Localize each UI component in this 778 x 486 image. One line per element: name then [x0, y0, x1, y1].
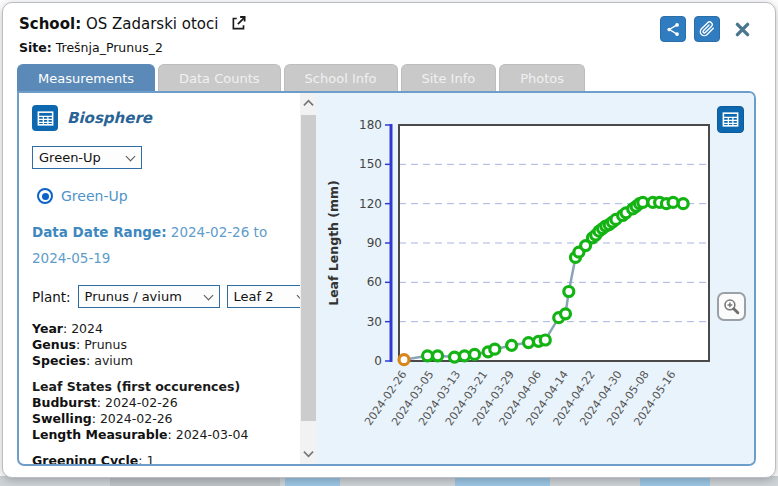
sidebar-scrollbar[interactable]	[300, 93, 317, 464]
site-details-dialog: School: OS Zadarski otoci Site: Trešnja_…	[2, 2, 776, 478]
site-label: Site:	[19, 40, 52, 55]
site-title: Site: Trešnja_Prunus_2	[19, 40, 163, 55]
detail-budburst: Budburst2024-02-26	[32, 395, 292, 411]
site-name: Trešnja_Prunus_2	[56, 40, 163, 55]
plant-label: Plant:	[32, 289, 71, 305]
scroll-down-button[interactable]	[300, 446, 317, 462]
detail-length-measurable: Length Measurable2024-03-04	[32, 427, 292, 443]
greenup-radio-label: Green-Up	[61, 188, 128, 204]
tab-school-info[interactable]: School Info	[284, 64, 398, 91]
zoom-in-button[interactable]	[717, 292, 746, 321]
table-grid-icon	[721, 110, 740, 129]
tab-site-info[interactable]: Site Info	[401, 64, 497, 91]
leaf-states-heading: Leaf States (first occurences)	[32, 379, 292, 395]
detail-species: Speciesavium	[32, 353, 292, 369]
plant-select-wrap: Prunus / avium	[78, 285, 220, 308]
section-title: Biosphere	[67, 109, 152, 127]
magnifier-plus-icon	[722, 297, 741, 316]
measurements-sidebar: Biosphere Green-Up Green-Up Data Date Ra…	[19, 93, 300, 464]
table-grid-icon	[32, 105, 58, 131]
map-water-patch	[455, 477, 550, 486]
share-button[interactable]	[660, 16, 686, 42]
tab-bar: Measurements Data Counts School Info Sit…	[17, 64, 585, 91]
data-date-range: Data Date Range: 2024-02-26 to 2024-05-1…	[32, 219, 282, 271]
open-school-page-icon[interactable]	[230, 14, 248, 32]
protocol-select-wrap: Green-Up	[32, 146, 142, 169]
detail-swelling: Swelling2024-02-26	[32, 411, 292, 427]
share-icon	[665, 21, 682, 38]
chevron-down-icon	[303, 450, 314, 458]
protocol-select[interactable]: Green-Up	[32, 146, 142, 169]
plant-details: Year2024 GenusPrunus Speciesavium Leaf S…	[32, 321, 292, 464]
close-icon	[734, 21, 751, 38]
svg-text:150: 150	[359, 157, 382, 171]
paperclip-icon	[699, 21, 715, 37]
attachment-button[interactable]	[694, 16, 720, 42]
chevron-up-icon	[303, 99, 314, 107]
greenup-radio[interactable]	[37, 188, 53, 204]
close-button[interactable]	[731, 18, 753, 40]
show-data-table-button[interactable]	[717, 106, 744, 133]
scroll-up-button[interactable]	[300, 95, 317, 111]
detail-greening-cycle: Greening Cycle1	[32, 453, 292, 464]
svg-text:120: 120	[359, 197, 382, 211]
map-water-patch	[640, 477, 710, 486]
plant-row: Plant: Prunus / avium Leaf 2	[32, 285, 292, 308]
plant-select[interactable]: Prunus / avium	[78, 285, 220, 308]
leaf-select-wrap: Leaf 2	[227, 285, 300, 308]
tab-measurements[interactable]: Measurements	[17, 64, 155, 91]
detail-genus: GenusPrunus	[32, 337, 292, 353]
school-title: School: OS Zadarski otoci	[19, 14, 248, 33]
scrollbar-thumb[interactable]	[301, 115, 316, 421]
dialog-toolbar	[660, 16, 753, 42]
map-land-patch	[110, 477, 280, 486]
leaf-select[interactable]: Leaf 2	[227, 285, 300, 308]
data-date-range-label: Data Date Range:	[32, 224, 167, 240]
measurements-panel: Biosphere Green-Up Green-Up Data Date Ra…	[17, 91, 756, 466]
map-water-patch	[285, 477, 340, 486]
tab-data-counts[interactable]: Data Counts	[158, 64, 281, 91]
svg-text:180: 180	[359, 118, 382, 132]
school-label: School:	[19, 15, 81, 33]
svg-text:0: 0	[374, 354, 382, 368]
svg-text:60: 60	[367, 275, 382, 289]
svg-text:Leaf Length (mm): Leaf Length (mm)	[326, 180, 341, 306]
chart-region: 03060901201501802024-02-262024-03-052024…	[317, 93, 754, 464]
biosphere-header: Biosphere	[32, 105, 292, 131]
leaf-length-chart: 03060901201501802024-02-262024-03-052024…	[323, 101, 723, 453]
detail-year: Year2024	[32, 321, 292, 337]
svg-text:30: 30	[367, 315, 382, 329]
greenup-radio-row[interactable]: Green-Up	[37, 188, 292, 204]
tab-photos[interactable]: Photos	[499, 64, 585, 91]
school-name: OS Zadarski otoci	[86, 15, 219, 33]
svg-text:90: 90	[367, 236, 382, 250]
